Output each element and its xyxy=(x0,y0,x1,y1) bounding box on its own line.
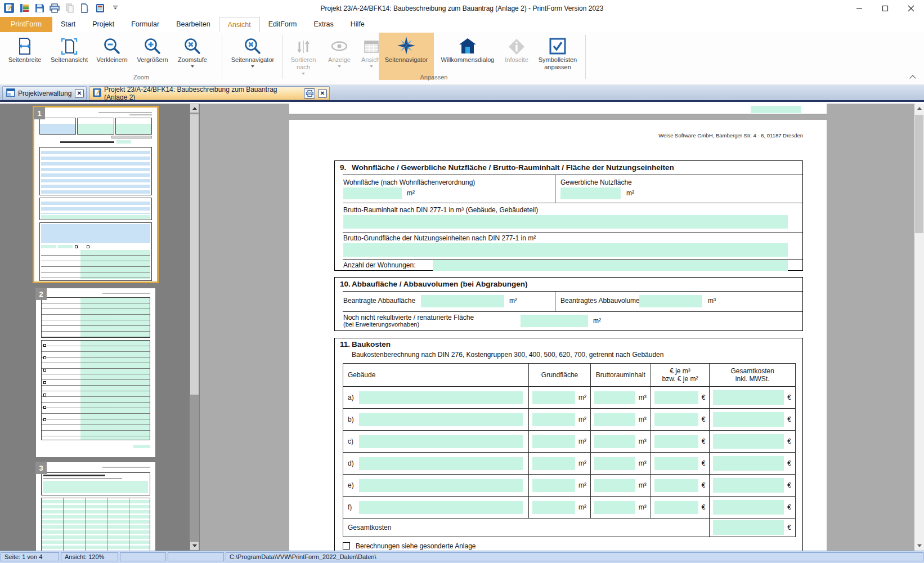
gebaeude-input[interactable] xyxy=(359,457,523,470)
bruttorauminhalt-input[interactable] xyxy=(594,479,635,492)
gesamtkosten-input[interactable] xyxy=(713,456,784,471)
vergroessern-button[interactable]: Vergrößern xyxy=(134,34,171,78)
project-management-icon xyxy=(6,88,15,99)
scrollbar-thumb[interactable] xyxy=(190,114,199,395)
collapse-ribbon-icon[interactable] xyxy=(909,75,917,81)
bruttorauminhalt-input[interactable] xyxy=(594,391,635,404)
bruttorauminhalt-input[interactable] xyxy=(594,435,635,448)
gesamtkosten-input[interactable] xyxy=(713,434,784,449)
menu-tab-projekt[interactable]: Projekt xyxy=(84,17,123,32)
document-scrollbar[interactable] xyxy=(914,104,924,551)
close-tab-icon[interactable]: ✕ xyxy=(318,89,327,98)
gesamtkosten-input[interactable] xyxy=(713,412,784,427)
scrollbar-thumb[interactable] xyxy=(915,115,923,233)
sortieren-nach-button: Sortieren nach xyxy=(286,34,321,78)
grundflaeche-input[interactable] xyxy=(532,457,575,470)
menu-tab-hilfe[interactable]: Hilfe xyxy=(342,17,373,32)
gesonderte-anlage-checkbox[interactable] xyxy=(343,542,350,549)
gebaeude-input[interactable] xyxy=(359,413,523,426)
gebaeude-input[interactable] xyxy=(359,501,523,514)
grundflaeche-input[interactable] xyxy=(532,435,575,448)
section-9-box: 9. Wohnfläche / Gewerbliche Nutzfläche /… xyxy=(334,160,803,271)
tab-projektverwaltung[interactable]: Projektverwaltung ✕ xyxy=(2,86,87,100)
menu-tab-bearbeiten[interactable]: Bearbeiten xyxy=(168,17,218,32)
section-number: 11. xyxy=(340,340,350,348)
eur-je-input[interactable] xyxy=(654,391,698,404)
anzahl-wohnungen-input[interactable] xyxy=(433,260,788,271)
gebaeude-input[interactable] xyxy=(359,391,523,404)
eur-je-input[interactable] xyxy=(654,435,698,448)
menu-tab-formular[interactable]: Formular xyxy=(123,17,168,32)
willkommensdialog-button[interactable]: Willkommensdialog xyxy=(438,34,497,78)
grundflaeche-input[interactable] xyxy=(532,391,575,404)
menu-tab-printform[interactable]: PrintForm xyxy=(0,17,52,32)
sidebar-scrollbar[interactable] xyxy=(190,104,199,551)
verkleinern-button[interactable]: Verkleinern xyxy=(93,34,131,78)
bruttorauminhalt-input[interactable] xyxy=(594,457,635,470)
minimize-button[interactable] xyxy=(846,0,872,17)
bruttorauminhalt-input[interactable] xyxy=(594,501,635,514)
form-page: Weise Software GmbH, Bamberger Str. 4 - … xyxy=(289,120,827,551)
menu-tab-editform[interactable]: EditForm xyxy=(260,17,306,32)
table-row: e) m² m³ € € xyxy=(343,474,795,496)
scroll-down-icon[interactable] xyxy=(190,541,199,551)
close-tab-icon[interactable]: ✕ xyxy=(75,89,84,98)
gewerbliche-nutzflaeche-input[interactable] xyxy=(560,187,621,199)
maximize-button[interactable] xyxy=(872,0,898,17)
menu-tab-start[interactable]: Start xyxy=(52,17,84,32)
status-path: C:\ProgramData\VVW\PrintForm_2022_Daten\… xyxy=(226,552,923,561)
menu-bar: PrintForm Start Projekt Formular Bearbei… xyxy=(0,17,924,32)
zoomstufe-button[interactable]: Zoomstufe xyxy=(174,34,210,78)
tab-baubeschreibung[interactable]: Projekt 23/A-24/BFK14: Baubeschreibung z… xyxy=(89,86,330,100)
chevron-down-icon xyxy=(251,65,254,68)
menu-tab-extras[interactable]: Extras xyxy=(305,17,342,32)
eur-je-input[interactable] xyxy=(654,413,698,426)
page-thumbnail-3[interactable]: 3 xyxy=(36,462,155,551)
page-thumbnail-1[interactable]: 1 xyxy=(33,106,159,283)
infoseite-button: Infoseite xyxy=(501,34,532,78)
gebaeude-input[interactable] xyxy=(359,479,523,492)
scroll-up-icon[interactable] xyxy=(190,104,199,113)
brutto-rauminhalt-input[interactable] xyxy=(343,215,788,229)
grundflaeche-input[interactable] xyxy=(532,413,575,426)
gesamtkosten-input[interactable] xyxy=(713,500,784,515)
brutto-grundflaeche-input[interactable] xyxy=(343,243,788,257)
grundflaeche-input[interactable] xyxy=(532,501,575,514)
form-field[interactable] xyxy=(751,106,801,113)
section-number: 10. xyxy=(340,280,351,288)
section-title: Abbaufläche / Abbauvolumen (bei Abgrabun… xyxy=(352,280,528,288)
eye-icon xyxy=(330,34,348,55)
seitennavigator-zoom-button[interactable]: Seitennavigator xyxy=(226,34,279,78)
grundflaeche-input[interactable] xyxy=(532,479,575,492)
section-title: Wohnfläche / Gewerbliche Nutzfläche / Br… xyxy=(352,163,674,172)
print-tab-icon[interactable] xyxy=(304,88,315,99)
chevron-down-icon xyxy=(338,65,341,68)
rekultivierte-flaeche-input[interactable] xyxy=(521,315,588,327)
symbolleisten-anpassen-button[interactable]: Symbolleisten anpassen xyxy=(535,34,581,78)
thumbnail-preview xyxy=(36,288,155,457)
scroll-down-icon[interactable] xyxy=(914,541,924,551)
eur-je-input[interactable] xyxy=(654,457,698,470)
section-10-box: 10. Abbaufläche / Abbauvolumen (bei Abgr… xyxy=(334,277,803,331)
gebaeude-input[interactable] xyxy=(359,435,523,448)
eur-je-input[interactable] xyxy=(654,479,698,492)
gesamtkosten-input[interactable] xyxy=(713,478,784,493)
page-view-icon xyxy=(60,34,78,55)
abbauvolumen-input[interactable] xyxy=(639,295,702,307)
gesamtkosten-input[interactable] xyxy=(713,390,784,405)
bruttorauminhalt-input[interactable] xyxy=(594,413,635,426)
gesamtkosten-total-input[interactable] xyxy=(713,520,784,535)
window-title: Projekt 23/A-24/BFK14: Baubeschreibung z… xyxy=(0,0,924,17)
close-button[interactable] xyxy=(898,0,924,17)
menu-tab-ansicht[interactable]: Ansicht xyxy=(219,17,260,32)
page-thumbnail-2[interactable]: 2 xyxy=(36,288,155,457)
eur-je-input[interactable] xyxy=(654,501,698,514)
abbauvolumen-label: Beantragtes Abbauvolumen xyxy=(560,297,643,305)
seitennavigator-button-active[interactable]: Seitennavigator xyxy=(379,33,434,80)
seitenansicht-button[interactable]: Seitenansicht xyxy=(47,34,91,78)
seitenbreite-button[interactable]: Seitenbreite xyxy=(5,34,45,78)
section-title: Baukosten xyxy=(352,340,391,348)
scroll-up-icon[interactable] xyxy=(914,104,924,113)
wohnflaeche-input[interactable] xyxy=(343,187,402,199)
abbauflaeche-input[interactable] xyxy=(421,295,504,307)
